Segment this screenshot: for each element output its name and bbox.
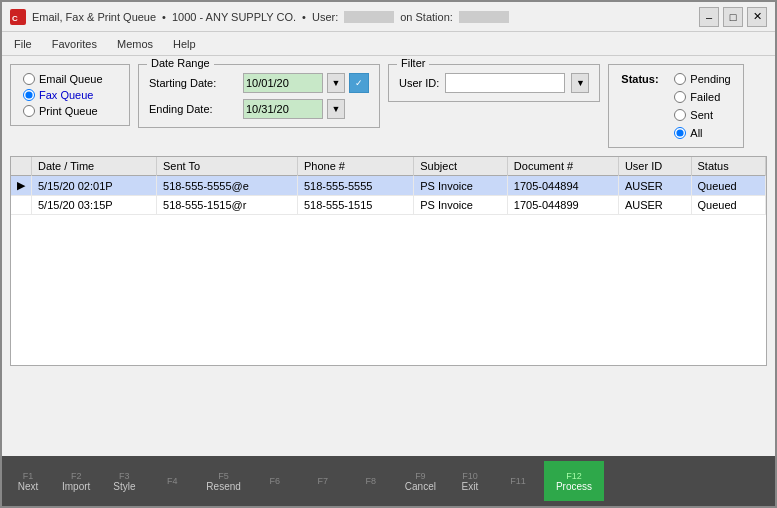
status-failed-option[interactable]: Failed [674, 91, 730, 103]
print-queue-option[interactable]: Print Queue [23, 105, 117, 117]
filter-group: Filter User ID: ▼ [388, 64, 600, 102]
row-status-cell: Queued [691, 176, 765, 196]
status-radios: Pending Failed Sent All [674, 73, 730, 139]
f10-key[interactable]: F10 Exit [448, 461, 492, 501]
status-group: Status: Pending Failed Sent [608, 64, 743, 148]
ending-date-dropdown[interactable]: ▼ [327, 99, 345, 119]
menu-favorites[interactable]: Favorites [44, 36, 105, 52]
row-datetime-cell: 5/15/20 02:01P [32, 176, 157, 196]
row-userid-cell: AUSER [618, 176, 691, 196]
queue-data-table: Date / Time Sent To Phone # Subject Docu… [11, 157, 766, 215]
row-phone-cell: 518-555-1515 [297, 196, 413, 215]
userid-input[interactable] [445, 73, 565, 93]
title-bar-controls: – □ ✕ [699, 7, 767, 27]
row-arrow-cell: ▶ [11, 176, 32, 196]
userid-label: User ID: [399, 77, 439, 89]
status-failed-radio[interactable] [674, 91, 686, 103]
app-icon: C [10, 9, 26, 25]
title-text: Email, Fax & Print Queue [32, 11, 156, 23]
close-button[interactable]: ✕ [747, 7, 767, 27]
col-status: Status [691, 157, 765, 176]
top-controls: Email Queue Fax Queue Print Queue Date R… [10, 64, 767, 148]
row-document-cell: 1705-044899 [507, 196, 618, 215]
function-bar: F1 Next F2 Import F3 Style F4 F5 Resend … [2, 456, 775, 506]
title-bar-left: C Email, Fax & Print Queue • 1000 - ANY … [10, 9, 509, 25]
svg-text:C: C [12, 14, 18, 23]
email-queue-label: Email Queue [39, 73, 103, 85]
row-subject-cell: PS Invoice [414, 176, 508, 196]
title-station [459, 11, 509, 23]
date-range-title: Date Range [147, 57, 214, 69]
fax-queue-label: Fax Queue [39, 89, 93, 101]
fax-queue-radio[interactable] [23, 89, 35, 101]
f5-key[interactable]: F5 Resend [198, 461, 248, 501]
f1-key[interactable]: F1 Next [6, 461, 50, 501]
main-window: C Email, Fax & Print Queue • 1000 - ANY … [0, 0, 777, 508]
f4-key[interactable]: F4 [150, 461, 194, 501]
col-subject: Subject [414, 157, 508, 176]
date-range-group: Date Range Starting Date: ▼ ✓ Ending Dat… [138, 64, 380, 128]
status-pending-radio[interactable] [674, 73, 686, 85]
userid-dropdown[interactable]: ▼ [571, 73, 589, 93]
col-datetime: Date / Time [32, 157, 157, 176]
table-body: ▶5/15/20 02:01P518-555-5555@e518-555-555… [11, 176, 766, 215]
col-document: Document # [507, 157, 618, 176]
f2-key[interactable]: F2 Import [54, 461, 98, 501]
status-sent-label: Sent [690, 109, 713, 121]
title-company: 1000 - ANY SUPPLY CO. [172, 11, 296, 23]
f12-key[interactable]: F12 Process [544, 461, 604, 501]
status-failed-label: Failed [690, 91, 720, 103]
email-queue-radio[interactable] [23, 73, 35, 85]
status-all-option[interactable]: All [674, 127, 730, 139]
f8-key[interactable]: F8 [349, 461, 393, 501]
f7-key[interactable]: F7 [301, 461, 345, 501]
title-username [344, 11, 394, 23]
menu-file[interactable]: File [6, 36, 40, 52]
status-pending-label: Pending [690, 73, 730, 85]
email-queue-option[interactable]: Email Queue [23, 73, 117, 85]
ending-date-row: Ending Date: ▼ [149, 99, 369, 119]
fax-queue-option[interactable]: Fax Queue [23, 89, 117, 101]
col-sentto: Sent To [157, 157, 298, 176]
print-queue-radio[interactable] [23, 105, 35, 117]
f9-key[interactable]: F9 Cancel [397, 461, 444, 501]
row-userid-cell: AUSER [618, 196, 691, 215]
menu-memos[interactable]: Memos [109, 36, 161, 52]
starting-date-dropdown[interactable]: ▼ [327, 73, 345, 93]
maximize-button[interactable]: □ [723, 7, 743, 27]
status-label: Status: [621, 73, 666, 85]
starting-date-label: Starting Date: [149, 77, 239, 89]
row-arrow-cell [11, 196, 32, 215]
table-row[interactable]: ▶5/15/20 02:01P518-555-5555@e518-555-555… [11, 176, 766, 196]
table-row[interactable]: 5/15/20 03:15P518-555-1515@r518-555-1515… [11, 196, 766, 215]
starting-date-row: Starting Date: ▼ ✓ [149, 73, 369, 93]
f3-key[interactable]: F3 Style [102, 461, 146, 501]
row-status-cell: Queued [691, 196, 765, 215]
minimize-button[interactable]: – [699, 7, 719, 27]
status-sent-radio[interactable] [674, 109, 686, 121]
f6-key[interactable]: F6 [253, 461, 297, 501]
status-all-radio[interactable] [674, 127, 686, 139]
row-datetime-cell: 5/15/20 03:15P [32, 196, 157, 215]
row-phone-cell: 518-555-5555 [297, 176, 413, 196]
title-bar: C Email, Fax & Print Queue • 1000 - ANY … [2, 2, 775, 32]
row-sentto-cell: 518-555-1515@r [157, 196, 298, 215]
ending-date-label: Ending Date: [149, 103, 239, 115]
menu-bar: File Favorites Memos Help [2, 32, 775, 56]
f11-key[interactable]: F11 [496, 461, 540, 501]
status-sent-option[interactable]: Sent [674, 109, 730, 121]
col-arrow [11, 157, 32, 176]
starting-date-input[interactable] [243, 73, 323, 93]
table-header-row: Date / Time Sent To Phone # Subject Docu… [11, 157, 766, 176]
print-queue-label: Print Queue [39, 105, 98, 117]
menu-help[interactable]: Help [165, 36, 204, 52]
userid-row: User ID: ▼ [399, 73, 589, 93]
status-all-label: All [690, 127, 702, 139]
ending-date-input[interactable] [243, 99, 323, 119]
col-userid: User ID [618, 157, 691, 176]
row-sentto-cell: 518-555-5555@e [157, 176, 298, 196]
title-separator2: • [302, 11, 306, 23]
starting-date-calendar[interactable]: ✓ [349, 73, 369, 93]
status-pending-option[interactable]: Pending [674, 73, 730, 85]
queue-group: Email Queue Fax Queue Print Queue [10, 64, 130, 126]
